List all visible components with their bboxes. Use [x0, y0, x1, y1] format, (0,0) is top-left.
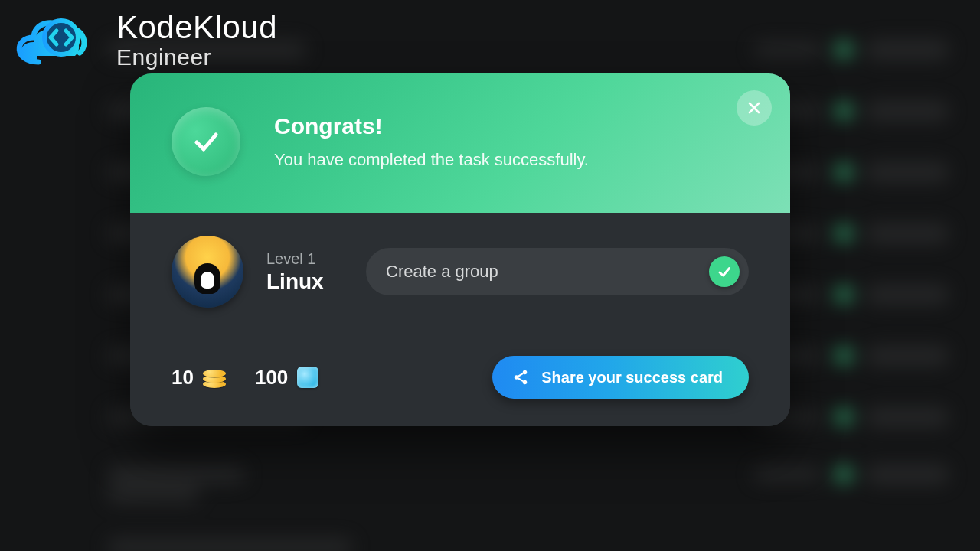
modal-header: Congrats! You have completed the task su… — [130, 73, 790, 213]
share-icon — [512, 369, 529, 386]
brand-title: KodeKloud — [116, 11, 277, 44]
coins-icon — [203, 367, 226, 388]
task-status-check-icon — [709, 256, 740, 287]
divider — [172, 334, 749, 334]
reward-gems-value: 100 — [255, 366, 288, 390]
task-row: Level 1 Linux Create a group — [172, 236, 749, 308]
rewards-row: 10 100 Share your success card — [172, 356, 749, 399]
brand-logo-icon — [11, 6, 95, 75]
share-button-label: Share your success card — [541, 369, 723, 386]
brand-header: KodeKloud Engineer — [11, 6, 277, 75]
close-icon — [746, 100, 762, 116]
course-level: Level 1 — [266, 250, 343, 268]
modal-subtitle: You have completed the task successfully… — [274, 150, 589, 170]
share-button[interactable]: Share your success card — [492, 356, 749, 399]
reward-coins-value: 10 — [172, 366, 194, 390]
task-pill: Create a group — [366, 248, 749, 295]
reward-gems: 100 — [255, 366, 318, 390]
brand-subtitle: Engineer — [116, 44, 277, 70]
success-modal: Congrats! You have completed the task su… — [130, 73, 790, 426]
course-badge-icon — [172, 236, 243, 308]
task-name: Create a group — [386, 262, 498, 282]
course-name: Linux — [266, 269, 343, 294]
gem-icon — [297, 367, 318, 388]
modal-body: Level 1 Linux Create a group 10 — [130, 213, 790, 426]
close-button[interactable] — [737, 90, 772, 126]
modal-title: Congrats! — [274, 113, 589, 139]
reward-coins: 10 — [172, 366, 226, 390]
success-check-icon — [172, 107, 240, 176]
